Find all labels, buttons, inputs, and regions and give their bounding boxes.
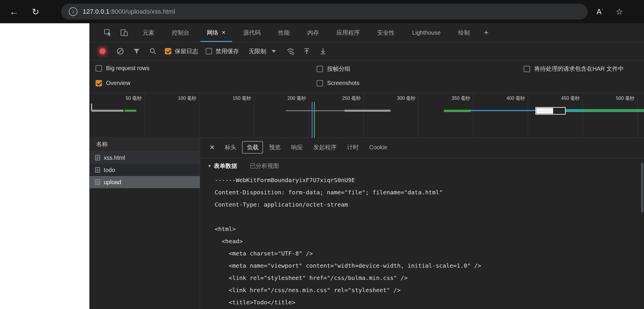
timeline-gridline — [473, 93, 473, 138]
har-pending-label: 将待处理的请求包含在HAR 文件中 — [534, 65, 624, 73]
timeline-tick-label: 50 毫秒 — [126, 95, 142, 102]
requests-name-header[interactable]: 名称 — [90, 137, 200, 152]
network-bottom-split: 名称 xss.htmltodoupload ✕ 标头负载预览响应发起程序计时Co… — [90, 137, 644, 309]
request-row-upload[interactable]: upload — [90, 176, 200, 188]
network-conditions-icon — [286, 47, 295, 56]
timeline-gridline — [528, 93, 528, 138]
timeline-gridline — [637, 93, 638, 138]
big-request-rows-toggle[interactable]: Big request rows — [96, 65, 149, 72]
url-text[interactable]: 127.0.0.1:8000/uploads/xss.html — [83, 8, 175, 15]
address-bar[interactable]: i 127.0.0.1:8000/uploads/xss.html — [61, 4, 588, 19]
detail-tab-Cookie[interactable]: Cookie — [364, 142, 392, 153]
page-content[interactable] — [0, 23, 89, 309]
url-host: 127.0.0.1 — [83, 8, 110, 15]
tab-label: 内存 — [307, 29, 319, 37]
overview-checkbox[interactable] — [96, 80, 102, 86]
device-toolbar-icon[interactable] — [118, 27, 130, 38]
refresh-button[interactable]: ↻ — [27, 3, 44, 20]
devtools-tabbar-tabs: 元素控制台网络✕源代码性能内存应用程序安全性Lighthouse绘制 — [134, 23, 479, 42]
detail-tab-发起程序[interactable]: 发起程序 — [308, 141, 341, 154]
network-conditions-button[interactable] — [286, 47, 295, 56]
detail-tab-标头[interactable]: 标头 — [220, 141, 241, 154]
detail-tab-负载[interactable]: 负载 — [242, 141, 263, 154]
payload-section-header: ▼ 表单数据 已分析视图 — [200, 158, 644, 173]
timeline-gridline — [144, 93, 145, 138]
devtools-tab-Lighthouse[interactable]: Lighthouse — [403, 24, 449, 42]
scrollbar-thumb[interactable] — [641, 163, 643, 212]
record-network-log-button[interactable] — [97, 45, 108, 57]
devtools-tab-网络[interactable]: 网络✕ — [198, 24, 234, 42]
import-har-button[interactable] — [302, 47, 311, 56]
tab-label: 安全性 — [377, 29, 395, 37]
inspect-element-icon[interactable] — [101, 27, 114, 38]
preserve-log-checkbox[interactable] — [165, 48, 171, 54]
har-pending-toggle[interactable]: 将待处理的请求包含在HAR 文件中 — [524, 65, 624, 73]
network-options: Big request rows 按帧分组 将待处理的请求包含在HAR 文件中 … — [90, 61, 644, 93]
detail-scrollbar[interactable] — [641, 163, 643, 300]
chevron-down-icon — [271, 50, 276, 53]
refresh-icon: ↻ — [32, 7, 39, 17]
import-har-icon — [303, 47, 310, 55]
screenshots-label: Screenshots — [327, 80, 359, 86]
request-row-todo[interactable]: todo — [90, 164, 200, 176]
tab-label: 源代码 — [243, 29, 261, 37]
devtools-tab-应用程序[interactable]: 应用程序 — [328, 24, 368, 42]
more-tabs-button[interactable]: + — [479, 28, 494, 37]
detail-tab-响应[interactable]: 响应 — [286, 141, 307, 154]
devtools-tab-源代码[interactable]: 源代码 — [234, 24, 269, 42]
filter-button[interactable] — [132, 47, 141, 56]
timeline-tick-label: 100 毫秒 — [178, 95, 196, 102]
read-aloud-button[interactable]: Aʹ — [597, 7, 603, 16]
document-icon — [95, 179, 100, 185]
devtools-tab-安全性[interactable]: 安全性 — [368, 24, 403, 42]
payload-line: <meta charset="UTF-8" /> — [215, 247, 644, 260]
payload-content[interactable]: ------WebKitFormBoundaryixF7U7xiqrS0nU9E… — [200, 173, 644, 308]
group-by-frame-checkbox[interactable] — [317, 66, 323, 72]
disable-cache-checkbox[interactable] — [206, 48, 212, 54]
devtools-tab-内存[interactable]: 内存 — [299, 24, 328, 42]
search-button[interactable] — [149, 47, 157, 56]
toolbar-right-icons: Aʹ ☆ — [597, 7, 623, 17]
payload-line: ------WebKitFormBoundaryixF7U7xiqrS0nU9E — [215, 174, 644, 186]
payload-line — [215, 211, 644, 223]
close-tab-icon[interactable]: ✕ — [221, 29, 226, 36]
big-request-rows-checkbox[interactable] — [96, 65, 102, 72]
group-by-frame-toggle[interactable]: 按帧分组 — [317, 65, 350, 73]
request-row-xss.html[interactable]: xss.html — [90, 152, 200, 164]
export-har-icon — [319, 47, 327, 55]
har-pending-checkbox[interactable] — [524, 66, 530, 72]
selection-box[interactable] — [535, 107, 566, 115]
timeline-tick-label: 250 毫秒 — [342, 95, 361, 102]
disable-cache-toggle[interactable]: 禁用缓存 — [206, 47, 239, 55]
requests-list: xss.htmltodoupload — [90, 152, 200, 188]
name-header-label: 名称 — [96, 140, 108, 148]
timeline-gridline — [309, 93, 309, 138]
close-detail-button[interactable]: ✕ — [204, 144, 220, 151]
favorites-button[interactable]: ☆ — [616, 7, 623, 17]
detail-tab-计时[interactable]: 计时 — [342, 141, 363, 154]
tab-label: 控制台 — [172, 29, 189, 37]
timeline-tick-label: 300 毫秒 — [397, 95, 415, 102]
clear-network-log-button[interactable] — [116, 47, 125, 56]
overview-toggle[interactable]: Overview — [96, 80, 130, 86]
timeline-gridline — [199, 93, 200, 138]
export-har-button[interactable] — [319, 47, 327, 56]
back-button[interactable]: ← — [6, 3, 22, 20]
devtools-tab-元素[interactable]: 元素 — [134, 24, 163, 42]
view-parsed-toggle[interactable]: 已分析视图 — [250, 162, 279, 170]
back-arrow-icon: ← — [9, 6, 19, 17]
devtools-tab-性能[interactable]: 性能 — [269, 24, 299, 42]
throttling-select[interactable]: 无限制 — [246, 47, 278, 55]
payload-line: <link href="/css/nes.min.css" rel="style… — [215, 284, 644, 296]
detail-tab-预览[interactable]: 预览 — [264, 141, 285, 154]
devtools-tab-控制台[interactable]: 控制台 — [163, 24, 198, 42]
form-data-section-toggle[interactable]: ▼ 表单数据 — [208, 162, 237, 170]
site-info-icon[interactable]: i — [69, 7, 77, 16]
preserve-log-toggle[interactable]: 保留日志 — [165, 47, 198, 55]
tab-label: Lighthouse — [412, 29, 441, 36]
timeline-gridline — [364, 93, 364, 138]
screenshots-toggle[interactable]: Screenshots — [317, 80, 359, 86]
devtools-tab-绘制[interactable]: 绘制 — [449, 24, 479, 42]
network-overview-timeline[interactable]: 50 毫秒100 毫秒150 毫秒200 毫秒250 毫秒300 毫秒350 毫… — [90, 93, 644, 138]
screenshots-checkbox[interactable] — [317, 80, 323, 86]
